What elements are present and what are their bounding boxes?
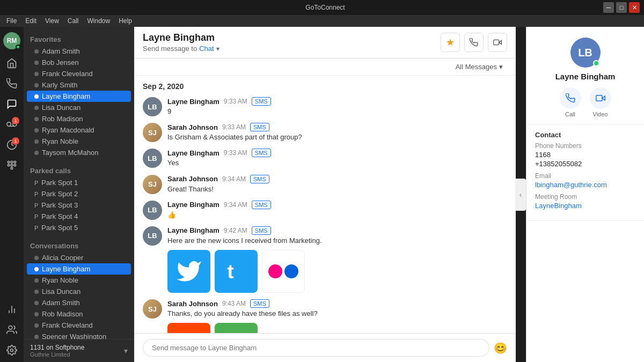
video-button[interactable] <box>488 33 507 52</box>
svg-rect-7 <box>8 164 10 166</box>
email-label: Email <box>535 172 635 180</box>
contact-video-label: Video <box>593 111 608 117</box>
meeting-room-value[interactable]: LayneBingham <box>535 202 635 210</box>
emoji-button[interactable]: 😊 <box>494 342 507 354</box>
chat-nav-icon[interactable] <box>2 94 21 114</box>
chat-channel-label[interactable]: Chat <box>199 45 214 53</box>
star-button[interactable]: ★ <box>441 33 460 52</box>
collapse-panel-button[interactable]: ‹ <box>515 179 526 211</box>
sidebar-footer[interactable]: 1131 on Softphone Guthrie Limited ▾ <box>24 339 134 362</box>
menu-call[interactable]: Call <box>63 15 83 27</box>
menu-window[interactable]: Window <box>83 15 115 27</box>
chat-channel-chevron-icon[interactable]: ▾ <box>216 45 219 53</box>
sidebar-conv-spencer[interactable]: Spencer Washington <box>24 331 134 339</box>
contact-call-icon <box>560 87 581 109</box>
avatar: SJ <box>143 175 162 194</box>
sidebar-conv-frank[interactable]: Frank Cleveland <box>24 320 134 331</box>
message-sender: Layne Bingham <box>167 201 219 209</box>
sidebar-conv-layne[interactable]: Layne Bingham <box>27 263 131 275</box>
sidebar-conv-lisa[interactable]: Lisa Duncan <box>24 286 134 297</box>
sidebar-fav-taysom[interactable]: Taysom McMahon <box>24 147 134 158</box>
users-nav-icon[interactable] <box>2 320 21 339</box>
sidebar-conv-rob[interactable]: Rob Madison <box>24 308 134 320</box>
message-sender: Sarah Johnson <box>167 175 218 183</box>
contact-call-action[interactable]: Call <box>560 87 581 117</box>
message-row: SJ Sarah Johnson 9:43 AM SMS Thanks, do … <box>143 299 507 333</box>
avatar: LB <box>143 201 162 220</box>
call-button[interactable] <box>464 33 484 52</box>
phone-nav-icon[interactable] <box>2 74 21 93</box>
sidebar-footer-info: 1131 on Softphone Guthrie Limited <box>30 344 84 358</box>
sidebar-fav-ryan-n[interactable]: Ryan Noble <box>24 136 134 147</box>
phone-numbers-field: Phone Numbers 1168 +13852055082 <box>535 142 635 168</box>
sidebar-fav-frank[interactable]: Frank Cleveland <box>24 68 134 79</box>
maximize-button[interactable]: □ <box>616 2 627 13</box>
sidebar-fav-rob[interactable]: Rob Madison <box>24 113 134 124</box>
contact-avatar: LB <box>570 38 601 68</box>
message-badge: SMS <box>250 175 269 183</box>
sidebar-fav-lisa[interactable]: Lisa Duncan <box>24 102 134 113</box>
svg-rect-6 <box>14 161 16 163</box>
contact-call-label: Call <box>565 111 575 117</box>
sidebar-park-1[interactable]: PPark Spot 1 <box>24 177 134 188</box>
sidebar-conv-ryan[interactable]: Ryan Noble <box>24 275 134 286</box>
sidebar-conv-adam[interactable]: Adam Smith <box>24 297 134 308</box>
filter-bar: All Messages ▾ <box>134 58 516 76</box>
chat-area: Layne Bingham Send message to Chat ▾ ★ <box>134 27 516 362</box>
menu-edit[interactable]: Edit <box>21 15 41 27</box>
menu-view[interactable]: View <box>41 15 63 27</box>
message-content: Layne Bingham 9:33 AM SMS Yes <box>167 149 507 168</box>
svg-rect-10 <box>11 167 12 169</box>
svg-point-15 <box>11 349 13 352</box>
right-panel: LB Layne Bingham Call Video <box>526 27 644 362</box>
message-badge: SMS <box>250 299 269 308</box>
chat-header: Layne Bingham Send message to Chat ▾ ★ <box>134 27 516 58</box>
settings-nav-icon[interactable] <box>2 341 21 360</box>
window-controls: ─ □ ✕ <box>603 2 640 13</box>
user-avatar[interactable]: RM <box>2 31 21 50</box>
sidebar-park-5[interactable]: PPark Spot 5 <box>24 222 134 233</box>
sidebar-fav-ryan-m[interactable]: Ryan Macdonald <box>24 124 134 136</box>
svg-rect-5 <box>11 161 12 163</box>
sidebar-park-2[interactable]: PPark Spot 2 <box>24 188 134 200</box>
sidebar-fav-layne[interactable]: Layne Bingham <box>27 91 131 102</box>
messages-area[interactable]: LB Layne Bingham 9:33 AM SMS 9 SJ Sarah … <box>134 93 516 333</box>
menu-file[interactable]: File <box>2 15 21 27</box>
sidebar-park-4[interactable]: PPark Spot 4 <box>24 211 134 222</box>
message-badge: SMS <box>252 226 271 235</box>
home-nav-icon[interactable] <box>2 54 21 73</box>
voicemail-badge: 1 <box>12 117 19 124</box>
contact-section: Contact Phone Numbers 1168 +13852055082 … <box>526 124 644 221</box>
message-text: Here are the new icons I received from M… <box>167 236 507 246</box>
close-button[interactable]: ✕ <box>629 2 640 13</box>
history-nav-icon[interactable]: 1 <box>2 135 21 154</box>
message-sender: Sarah Johnson <box>167 123 218 131</box>
contact-video-icon <box>590 87 611 109</box>
voicemail-nav-icon[interactable]: 1 <box>2 115 21 134</box>
phone-number-2: +13852055082 <box>535 160 635 168</box>
contact-video-action[interactable]: Video <box>590 87 611 117</box>
message-time: 9:33 AM <box>224 98 247 105</box>
sidebar-park-3[interactable]: PPark Spot 3 <box>24 200 134 211</box>
analytics-nav-icon[interactable] <box>2 300 21 319</box>
svg-rect-4 <box>8 161 10 163</box>
sidebar-fav-adam[interactable]: Adam Smith <box>24 46 134 57</box>
sidebar-fav-bob[interactable]: Bob Jensen <box>24 57 134 68</box>
sidebar-conv-alicia[interactable]: Alicia Cooper <box>24 252 134 263</box>
avatar: LB <box>143 149 162 168</box>
contact-actions: Call Video <box>560 87 611 117</box>
dialpad-nav-icon[interactable] <box>2 156 21 175</box>
svg-rect-17 <box>494 40 499 45</box>
chat-input[interactable] <box>143 339 489 357</box>
contact-section-title: Contact <box>535 131 635 139</box>
avatar: LB <box>143 226 162 246</box>
svg-rect-9 <box>14 164 16 166</box>
menu-help[interactable]: Help <box>114 15 136 27</box>
conversations-section-title: Conversations <box>24 238 134 252</box>
svg-rect-30 <box>596 95 602 101</box>
filter-button[interactable]: All Messages ▾ <box>451 61 507 73</box>
minimize-button[interactable]: ─ <box>603 2 614 13</box>
sidebar-fav-karly[interactable]: Karly Smith <box>24 79 134 91</box>
svg-text:t: t <box>227 260 234 283</box>
email-value[interactable]: lbingham@guthrie.com <box>535 181 635 189</box>
